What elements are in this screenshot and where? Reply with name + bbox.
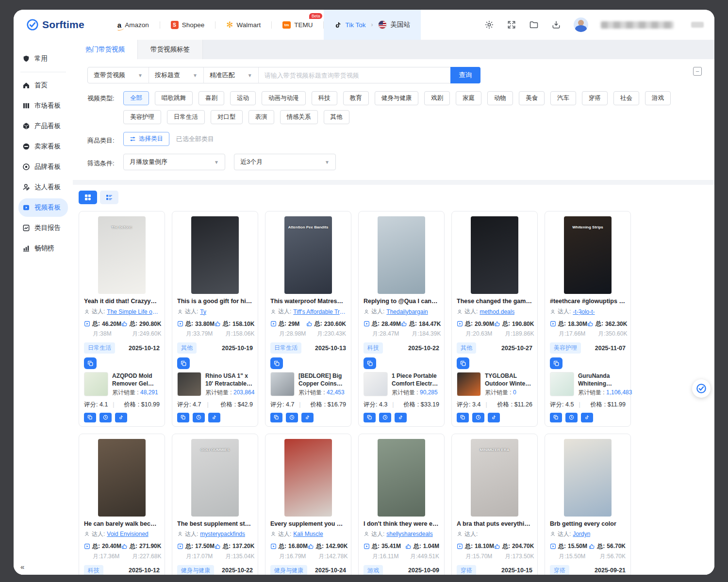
copy-link-button[interactable] <box>270 413 282 422</box>
video-type-chip-穿搭[interactable]: 穿搭 <box>582 91 608 105</box>
video-thumbnail[interactable] <box>98 439 146 517</box>
video-type-chip-科技[interactable]: 科技 <box>312 91 337 105</box>
history-button[interactable] <box>193 413 205 422</box>
product-image[interactable] <box>177 372 201 396</box>
sidebar-collapse-button[interactable]: « <box>20 563 23 571</box>
video-type-chip-表演[interactable]: 表演 <box>248 110 274 124</box>
tab-热门带货视频[interactable]: 热门带货视频 <box>73 40 138 59</box>
tab-带货视频标签[interactable]: 带货视频标签 <box>138 40 203 59</box>
sidebar-item-市场看板[interactable]: 市场看板 <box>18 97 68 115</box>
category-tag[interactable]: 游戏 <box>364 565 383 575</box>
collapse-filters-icon[interactable]: − <box>693 67 702 76</box>
platform-tab-amazon[interactable]: aAmazon <box>107 10 160 40</box>
video-type-chip-教育[interactable]: 教育 <box>343 91 369 105</box>
folder-icon[interactable] <box>529 20 539 30</box>
category-tag[interactable]: 健身与健康 <box>270 565 307 575</box>
video-type-chip-日常生活[interactable]: 日常生活 <box>167 110 205 124</box>
category-tag[interactable]: 健身与健康 <box>177 565 214 575</box>
sidebar-item-畅销榜[interactable]: 畅销榜 <box>18 239 68 258</box>
floating-assistant-button[interactable] <box>692 379 711 398</box>
influencer-link[interactable]: -t-Ȝolo-t- <box>573 308 595 315</box>
tiktok-link-button[interactable] <box>488 413 500 422</box>
video-type-chip-戏剧[interactable]: 戏剧 <box>424 91 450 105</box>
video-thumbnail[interactable]: Attention Pee Bandits <box>284 216 332 294</box>
history-button[interactable] <box>472 413 484 422</box>
video-type-chip-社会[interactable]: 社会 <box>613 91 639 105</box>
video-type-chip-健身与健康[interactable]: 健身与健康 <box>375 91 419 105</box>
video-thumbnail[interactable] <box>378 439 425 517</box>
tiktok-link-button[interactable] <box>395 413 407 422</box>
influencer-link[interactable]: Void Envisioned <box>107 531 148 537</box>
sidebar-item-类目报告[interactable]: 类目报告 <box>18 219 68 237</box>
sorftime-logo[interactable]: Sorftime <box>26 18 84 31</box>
video-type-chip-动物[interactable]: 动物 <box>487 91 513 105</box>
match-mode-select[interactable]: 精准匹配▼ <box>204 67 259 83</box>
category-tag[interactable]: 日常生活 <box>270 342 301 354</box>
copy-link-button[interactable] <box>84 413 96 422</box>
category-tag[interactable]: 其他 <box>457 342 476 354</box>
copy-button[interactable] <box>364 357 376 369</box>
video-type-chip-运动[interactable]: 运动 <box>230 91 256 105</box>
copy-button[interactable] <box>457 357 469 369</box>
product-image[interactable] <box>364 372 388 396</box>
user-avatar[interactable] <box>574 17 588 32</box>
copy-link-button[interactable] <box>177 413 189 422</box>
video-type-chip-美容护理[interactable]: 美容护理 <box>123 110 161 124</box>
video-type-chip-对口型[interactable]: 对口型 <box>211 110 243 124</box>
copy-link-button[interactable] <box>550 413 562 422</box>
video-type-chip-动画与动漫[interactable]: 动画与动漫 <box>262 91 306 105</box>
video-type-chip-其他[interactable]: 其他 <box>324 110 349 124</box>
sort-order-select[interactable]: 月播放量倒序▼ <box>123 154 225 170</box>
video-thumbnail[interactable]: MINIMIZER ERA <box>471 439 518 517</box>
tiktok-link-button[interactable] <box>208 413 220 422</box>
product-image[interactable] <box>550 372 574 396</box>
sidebar-item-视频看板[interactable]: 视频看板 <box>18 198 68 217</box>
fullscreen-icon[interactable] <box>507 20 516 30</box>
copy-button[interactable] <box>550 357 563 369</box>
video-thumbnail[interactable] <box>471 216 518 294</box>
influencer-link[interactable]: method.deals <box>480 308 514 315</box>
product-image[interactable] <box>457 372 481 396</box>
sidebar-item-卖家看板[interactable]: 卖家看板 <box>18 137 68 156</box>
search-field-select[interactable]: 按标题查▼ <box>149 67 204 83</box>
sidebar-item-达人看板[interactable]: 达人看板 <box>18 178 68 196</box>
search-button[interactable]: 查询 <box>450 67 480 83</box>
platform-tab-walmart[interactable]: ✻Walmart <box>215 10 271 40</box>
search-input[interactable] <box>259 67 450 83</box>
video-type-chip-喜剧[interactable]: 喜剧 <box>199 91 224 105</box>
settings-gear-icon[interactable] <box>484 20 494 30</box>
category-tag[interactable]: 穿搭 <box>550 565 569 575</box>
product-image[interactable] <box>270 372 295 396</box>
category-tag[interactable]: 科技 <box>364 342 383 354</box>
history-button[interactable] <box>99 413 112 422</box>
influencer-link[interactable]: Kali Muscle <box>293 531 323 537</box>
tiktok-link-button[interactable] <box>115 413 127 422</box>
grid-view-button[interactable] <box>79 191 97 204</box>
platform-tab-tik-tok[interactable]: Tik Tok›美国站 <box>324 10 421 40</box>
influencer-link[interactable]: Thedailybargain <box>386 308 428 315</box>
search-scope-select[interactable]: 查带货视频▼ <box>88 67 149 83</box>
history-button[interactable] <box>565 413 578 422</box>
product-image[interactable] <box>84 372 108 396</box>
video-type-chip-情感关系[interactable]: 情感关系 <box>280 110 318 124</box>
video-thumbnail[interactable]: Whitening Strips <box>564 216 612 294</box>
influencer-link[interactable]: The Simple Life of Chey... <box>107 308 160 315</box>
date-range-select[interactable]: 近3个月▼ <box>234 154 336 170</box>
video-thumbnail[interactable]: The before: <box>98 216 146 294</box>
category-tag[interactable]: 穿搭 <box>457 565 476 575</box>
copy-link-button[interactable] <box>364 413 376 422</box>
select-category-button[interactable]: 选择类目 <box>123 132 169 146</box>
platform-tab-temu[interactable]: tmTEMUBeta <box>272 10 323 40</box>
sidebar-item-产品看板[interactable]: 产品看板 <box>18 117 68 135</box>
platform-tab-shopee[interactable]: SShopee <box>160 10 215 40</box>
video-type-chip-唱歌跳舞[interactable]: 唱歌跳舞 <box>155 91 193 105</box>
list-view-button[interactable] <box>100 191 118 204</box>
category-tag[interactable]: 日常生活 <box>84 342 115 354</box>
sidebar-item-首页[interactable]: 首页 <box>18 76 68 95</box>
influencer-link[interactable]: Ty <box>200 308 206 315</box>
video-type-chip-全部[interactable]: 全部 <box>123 91 149 105</box>
video-thumbnail[interactable] <box>284 439 332 517</box>
history-button[interactable] <box>286 413 298 422</box>
copy-link-button[interactable] <box>457 413 469 422</box>
history-button[interactable] <box>379 413 391 422</box>
